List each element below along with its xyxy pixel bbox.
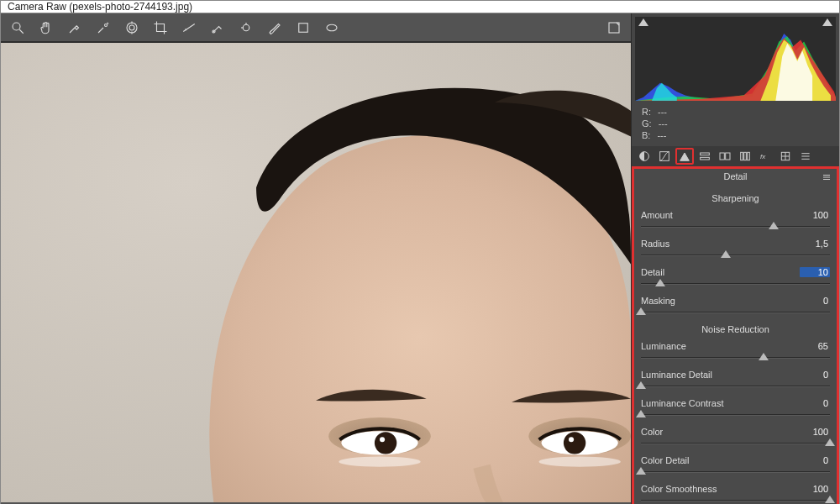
crop-tool-icon[interactable] [150,18,171,38]
masking-label: Masking [641,296,675,306]
radius-value[interactable]: 1,5 [800,239,830,249]
luminance-thumb[interactable] [759,353,769,360]
colsmooth-label: Color Smoothness [641,484,717,494]
masking-slider[interactable] [641,307,830,318]
detail-value[interactable]: 10 [800,267,830,277]
preferences-icon[interactable] [604,18,624,38]
svg-point-25 [339,457,420,467]
radius-slider[interactable] [641,250,830,260]
svg-rect-32 [726,153,730,160]
lumdetail-control: Luminance Detail0 [641,370,830,391]
zoom-tool-icon[interactable] [8,18,28,38]
amount-value[interactable]: 100 [800,210,830,220]
window-title: Camera Raw (pexels-photo-2744193.jpg) [8,1,192,13]
title-bar: Camera Raw (pexels-photo-2744193.jpg) [1,1,839,13]
shadow-clip-icon[interactable] [638,18,648,26]
coldetail-thumb[interactable] [636,467,646,475]
image-viewer[interactable] [1,42,631,504]
tab-split-icon[interactable] [716,148,734,165]
tab-presets-icon[interactable] [796,148,815,165]
svg-line-1 [19,29,24,34]
eyedropper-icon[interactable] [65,18,85,38]
detail-thumb[interactable] [655,279,665,286]
svg-rect-13 [299,23,308,32]
lumdetail-thumb[interactable] [636,381,646,389]
detail-slider[interactable] [641,279,830,289]
lumdetail-slider[interactable] [641,381,830,391]
tab-lens-icon[interactable] [736,148,754,165]
svg-point-2 [105,24,108,26]
luminance-slider[interactable] [641,353,830,363]
svg-point-10 [243,24,249,31]
coldetail-label: Color Detail [641,455,689,465]
radius-thumb[interactable] [721,250,731,258]
svg-rect-33 [741,152,743,160]
lumcontrast-label: Luminance Contrast [641,398,723,408]
color-slider[interactable] [641,438,830,449]
radius-label: Radius [641,239,669,249]
luminance-control: Luminance65 [641,341,830,363]
left-pane [1,13,631,504]
lumcontrast-value[interactable]: 0 [800,398,830,408]
coldetail-value[interactable]: 0 [800,455,830,465]
panel-menu-icon[interactable] [822,172,832,182]
noise-heading: Noise Reduction [641,324,830,334]
colsmooth-thumb[interactable] [825,496,835,503]
tab-calibration-icon[interactable] [776,148,795,165]
coldetail-control: Color Detail0 [641,455,830,477]
toolbar [1,13,631,42]
highlight-clip-icon[interactable] [822,18,832,26]
masking-thumb[interactable] [636,307,646,315]
amount-slider[interactable] [641,222,830,232]
lumdetail-value[interactable]: 0 [800,370,830,380]
svg-rect-34 [744,152,747,160]
detail-label: Detail [641,267,664,277]
app-window: Camera Raw (pexels-photo-2744193.jpg) [0,0,840,504]
straighten-tool-icon[interactable] [179,18,199,38]
photo-preview [1,43,631,502]
colsmooth-control: Color Smoothness100 [641,484,830,504]
g-label: G: [642,118,652,129]
lumcontrast-slider[interactable] [641,410,830,420]
masking-control: Masking0 [641,296,830,318]
histogram-graph [635,20,836,101]
tab-hsl-icon[interactable] [696,148,714,165]
luminance-value[interactable]: 65 [800,341,830,351]
color-value[interactable]: 100 [800,427,830,437]
svg-rect-29 [701,153,710,155]
tab-curve-icon[interactable] [655,148,674,165]
colsmooth-slider[interactable] [641,496,830,504]
b-label: B: [642,129,650,141]
masking-value[interactable]: 0 [800,296,830,306]
svg-point-26 [539,457,621,467]
spot-removal-icon[interactable] [207,18,228,38]
color-thumb[interactable] [825,438,835,446]
svg-point-23 [380,437,385,442]
histogram[interactable] [635,17,836,101]
tab-fx-icon[interactable]: fx [756,148,774,165]
lumcontrast-thumb[interactable] [636,410,646,417]
target-adjust-icon[interactable] [122,18,142,38]
lumcontrast-control: Luminance Contrast0 [641,398,830,420]
r-value: --- [658,106,667,118]
tab-basic-icon[interactable] [635,148,654,165]
tab-detail-icon[interactable] [675,148,694,165]
redeye-tool-icon[interactable] [236,18,256,38]
color-sampler-icon[interactable] [93,18,113,38]
amount-label: Amount [641,210,673,220]
svg-rect-31 [720,153,724,160]
content-area: R:--- G:--- B:--- fx Detail [1,13,839,504]
coldetail-slider[interactable] [641,467,830,477]
svg-point-21 [375,432,396,454]
amount-control: Amount100 [641,210,830,232]
brush-tool-icon[interactable] [265,18,285,38]
hand-tool-icon[interactable] [36,18,56,38]
amount-thumb[interactable] [769,222,779,229]
radial-filter-icon[interactable] [322,18,342,38]
detail-panel: Sharpening Amount100 Radius1,5 Detail10 … [632,183,839,504]
color-label: Color [641,427,663,437]
colsmooth-value[interactable]: 100 [800,484,830,494]
graduated-filter-icon[interactable] [293,18,313,38]
lumdetail-label: Luminance Detail [641,370,712,380]
luminance-label: Luminance [641,341,686,351]
